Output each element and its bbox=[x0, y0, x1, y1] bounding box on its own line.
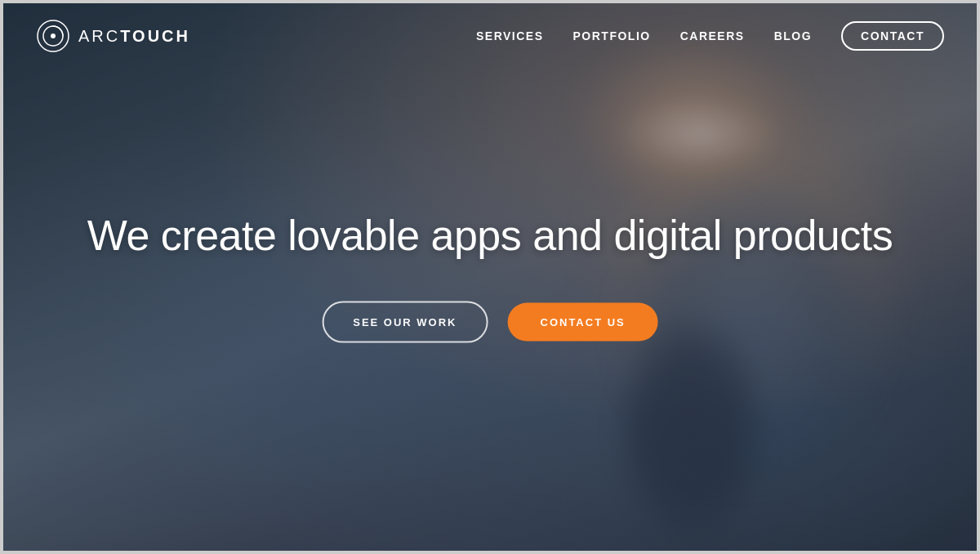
nav-blog[interactable]: BLOG bbox=[774, 29, 812, 42]
page-wrapper: ARCTOUCH SERVICES PORTFOLIO CAREERS BLOG… bbox=[0, 0, 980, 554]
nav-portfolio[interactable]: PORTFOLIO bbox=[573, 29, 651, 42]
navbar: ARCTOUCH SERVICES PORTFOLIO CAREERS BLOG… bbox=[3, 3, 977, 69]
svg-point-2 bbox=[51, 34, 56, 38]
nav-links: SERVICES PORTFOLIO CAREERS BLOG CONTACT bbox=[476, 21, 944, 51]
nav-contact[interactable]: CONTACT bbox=[841, 21, 944, 51]
nav-careers[interactable]: CAREERS bbox=[680, 29, 745, 42]
nav-services[interactable]: SERVICES bbox=[476, 29, 544, 42]
logo-icon bbox=[36, 19, 70, 53]
hero-buttons: SEE OUR WORK CONTACT US bbox=[52, 301, 929, 342]
see-our-work-button[interactable]: SEE OUR WORK bbox=[322, 301, 488, 342]
hero-headline: We create lovable apps and digital produ… bbox=[52, 212, 929, 261]
logo-text: ARCTOUCH bbox=[78, 27, 190, 46]
hero-content: We create lovable apps and digital produ… bbox=[52, 212, 929, 343]
contact-us-button[interactable]: CONTACT US bbox=[508, 302, 658, 341]
logo-area[interactable]: ARCTOUCH bbox=[36, 19, 190, 53]
